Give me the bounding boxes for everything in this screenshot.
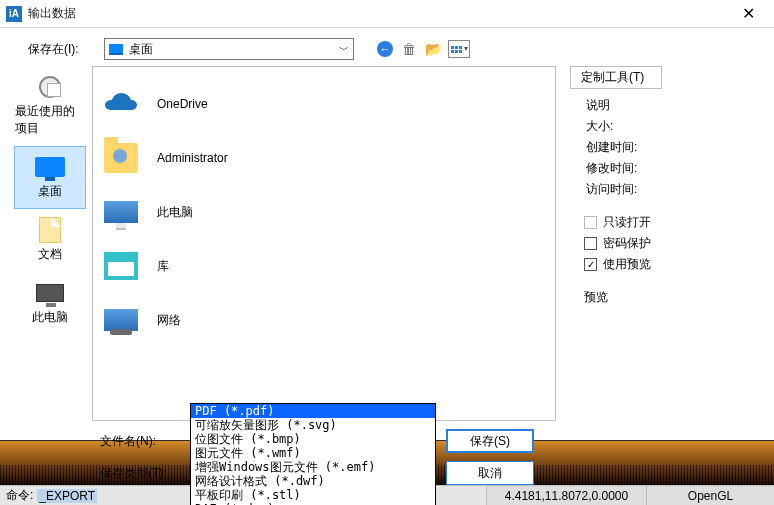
library-icon xyxy=(101,252,141,280)
save-in-row: 保存在(I): 桌面 ﹀ ← 🗑 📂 ▾ xyxy=(0,28,774,66)
window-title: 输出数据 xyxy=(28,5,728,22)
command-label: 命令: xyxy=(6,487,33,504)
close-button[interactable]: ✕ xyxy=(728,4,768,23)
preview-group-label: 预览 xyxy=(570,287,758,308)
list-item[interactable]: Administrator xyxy=(101,131,555,185)
pc-icon xyxy=(101,201,141,223)
list-item[interactable]: 库 xyxy=(101,239,555,293)
user-folder-icon xyxy=(101,143,141,173)
item-label: OneDrive xyxy=(157,97,208,111)
filetype-option[interactable]: 增强Windows图元文件 (*.emf) xyxy=(191,460,435,474)
save-in-select[interactable]: 桌面 ﹀ xyxy=(104,38,354,60)
filetype-option[interactable]: 网络设计格式 (*.dwf) xyxy=(191,474,435,488)
new-folder-button[interactable]: 📂 xyxy=(424,40,442,58)
checkbox-icon: ✓ xyxy=(584,258,597,271)
checkbox-icon xyxy=(584,216,597,229)
info-created: 创建时间: xyxy=(570,137,758,158)
recent-icon xyxy=(33,73,67,101)
place-documents[interactable]: 文档 xyxy=(14,209,86,272)
filetype-option[interactable]: 可缩放矢量图形 (*.svg) xyxy=(191,418,435,432)
network-icon xyxy=(101,309,141,331)
filetype-option[interactable]: PDF (*.pdf) xyxy=(191,404,435,418)
item-label: Administrator xyxy=(157,151,228,165)
up-button[interactable]: 🗑 xyxy=(400,40,418,58)
preview-checkbox[interactable]: ✓ 使用预览 xyxy=(584,256,758,273)
place-desktop[interactable]: 桌面 xyxy=(14,146,86,209)
place-recent[interactable]: 最近使用的项目 xyxy=(14,66,86,146)
desktop-icon xyxy=(109,44,123,55)
filetype-option[interactable]: 图元文件 (*.wmf) xyxy=(191,446,435,460)
filetype-label: 保存类型(T): xyxy=(100,465,180,482)
desktop-icon xyxy=(33,153,67,181)
view-mode-button[interactable]: ▾ xyxy=(448,40,470,58)
info-size: 大小: xyxy=(570,116,758,137)
item-label: 此电脑 xyxy=(157,204,193,221)
info-accessed: 访问时间: xyxy=(570,179,758,200)
checkbox-label: 密码保护 xyxy=(603,235,651,252)
place-this-pc[interactable]: 此电脑 xyxy=(14,272,86,335)
save-button[interactable]: 保存(S) xyxy=(446,429,534,453)
app-icon: iA xyxy=(6,6,22,22)
checkbox-icon xyxy=(584,237,597,250)
list-item[interactable]: OneDrive xyxy=(101,77,555,131)
onedrive-icon xyxy=(101,92,141,116)
password-checkbox[interactable]: 密码保护 xyxy=(584,235,758,252)
back-button[interactable]: ← xyxy=(376,40,394,58)
right-panel: 定制工具(T) 说明 大小: 创建时间: 修改时间: 访问时间: 只读打开 密码… xyxy=(558,66,758,421)
item-label: 网络 xyxy=(157,312,181,329)
save-in-value: 桌面 xyxy=(129,41,153,58)
item-label: 库 xyxy=(157,258,169,275)
list-item[interactable]: 网络 xyxy=(101,293,555,347)
command-value: _EXPORT xyxy=(37,489,97,503)
place-label: 最近使用的项目 xyxy=(15,103,85,137)
filename-label: 文件名(N): xyxy=(100,433,180,450)
filetype-option[interactable]: 平板印刷 (*.stl) xyxy=(191,488,435,502)
filetype-dropdown[interactable]: PDF (*.pdf) 可缩放矢量图形 (*.svg) 位图文件 (*.bmp)… xyxy=(190,403,436,505)
title-bar: iA 输出数据 ✕ xyxy=(0,0,774,28)
chevron-down-icon: ﹀ xyxy=(339,43,349,57)
place-label: 此电脑 xyxy=(32,309,68,326)
info-desc: 说明 xyxy=(570,95,758,116)
readonly-checkbox[interactable]: 只读打开 xyxy=(584,214,758,231)
place-label: 文档 xyxy=(38,246,62,263)
places-sidebar: 最近使用的项目 桌面 文档 此电脑 xyxy=(10,66,90,421)
renderer-readout: OpenGL xyxy=(646,485,774,505)
documents-icon xyxy=(33,216,67,244)
checkbox-label: 使用预览 xyxy=(603,256,651,273)
this-pc-icon xyxy=(33,279,67,307)
place-label: 桌面 xyxy=(38,183,62,200)
info-modified: 修改时间: xyxy=(570,158,758,179)
checkbox-label: 只读打开 xyxy=(603,214,651,231)
list-item[interactable]: 此电脑 xyxy=(101,185,555,239)
coordinates-readout: 4.4181,11.8072,0.0000 xyxy=(486,485,646,505)
file-list[interactable]: OneDrive Administrator 此电脑 库 网络 xyxy=(92,66,556,421)
main-area: 最近使用的项目 桌面 文档 此电脑 OneDrive xyxy=(0,66,774,421)
cancel-button[interactable]: 取消 xyxy=(446,461,534,485)
nav-toolbar: ← 🗑 📂 ▾ xyxy=(376,40,470,58)
filetype-option[interactable]: 位图文件 (*.bmp) xyxy=(191,432,435,446)
save-in-label: 保存在(I): xyxy=(28,41,96,58)
custom-tools-group[interactable]: 定制工具(T) xyxy=(570,66,662,89)
